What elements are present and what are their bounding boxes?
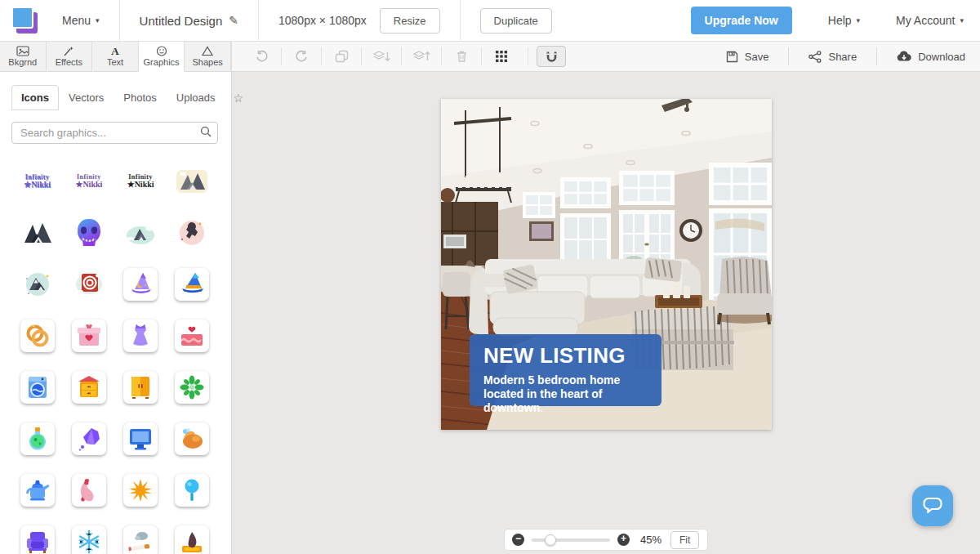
tab-text[interactable]: A Text — [92, 42, 139, 71]
undo-button[interactable] — [242, 42, 281, 71]
graphic-stomach-icon[interactable] — [72, 474, 106, 507]
toolbar-file-actions: Save Share Download — [706, 42, 980, 71]
graphic-mountain-camp-dark-icon[interactable] — [20, 217, 55, 249]
help-dropdown[interactable]: Help ▾ — [828, 14, 860, 27]
copy-icon — [335, 50, 349, 63]
my-account-dropdown[interactable]: My Account ▾ — [896, 14, 964, 27]
graphic-gift-box-heart-icon[interactable] — [72, 319, 106, 352]
zoom-bar: − + 45% Fit — [504, 529, 708, 551]
graphic-purple-armchair-icon[interactable] — [20, 525, 55, 554]
graphic-purple-wizard-hat-icon[interactable] — [123, 268, 158, 301]
upgrade-now-button[interactable]: Upgrade Now — [691, 7, 792, 34]
banner-subtitle: Modern 5 bedroom home located in the hea… — [483, 373, 648, 415]
background-image-icon — [16, 46, 29, 56]
duplicate-button[interactable]: Duplicate — [480, 8, 552, 34]
graphic-blue-wizard-hat-icon[interactable] — [175, 268, 209, 301]
graphic-mountain-teal-badge-icon[interactable] — [20, 268, 55, 301]
search-icon — [200, 126, 212, 137]
document-title[interactable]: Untitled Design ✎ — [140, 14, 238, 28]
divider — [119, 0, 120, 41]
move-layer-down-button[interactable] — [362, 42, 401, 71]
graphic-infinity-nikki-logo-purple-icon[interactable]: Infinity★Nikki — [72, 165, 106, 198]
snap-magnet-toggle[interactable] — [537, 46, 566, 67]
tab-effects[interactable]: Effects — [47, 42, 93, 71]
toolbar-actions — [232, 42, 566, 71]
graphic-cigarette-icon[interactable] — [123, 525, 158, 554]
magic-wand-icon — [63, 46, 74, 56]
graphics-results-grid: Infinity★Nikki Infinity★Nikki Infinity★N… — [0, 144, 231, 554]
graphic-green-snowflake-icon[interactable] — [175, 371, 209, 404]
zoom-slider[interactable] — [532, 538, 610, 542]
graphic-wedding-rings-icon[interactable] — [20, 319, 55, 352]
sidebar-tab-photos[interactable]: Photos — [114, 85, 166, 110]
sidebar-tab-uploads[interactable]: Uploads — [167, 85, 225, 110]
graphic-mountain-camp-sticker-icon[interactable] — [175, 165, 209, 198]
graphic-teapot-icon[interactable] — [20, 474, 55, 507]
app-logo-icon[interactable] — [11, 7, 39, 34]
design-app: Menu ▾ Untitled Design ✎ 1080px × 1080px… — [0, 0, 980, 554]
move-layer-up-button[interactable] — [402, 42, 441, 71]
save-button[interactable]: Save — [706, 51, 789, 63]
divider — [258, 0, 259, 41]
search-graphics-input[interactable] — [11, 122, 218, 144]
triangle-icon — [202, 46, 213, 56]
toolbar: Bkgrnd Effects A Text Graphics Shapes — [0, 42, 980, 72]
listing-banner[interactable]: NEW LISTING Modern 5 bedroom home locate… — [470, 334, 662, 406]
undo-icon — [255, 50, 269, 63]
edit-pencil-icon[interactable]: ✎ — [229, 14, 238, 27]
resize-button[interactable]: Resize — [380, 8, 440, 34]
zoom-out-button[interactable]: − — [512, 534, 524, 546]
menu-dropdown[interactable]: Menu ▾ — [62, 14, 100, 27]
banner-title: NEW LISTING — [483, 343, 648, 369]
redo-button[interactable] — [282, 42, 321, 71]
tool-tabs: Bkgrnd Effects A Text Graphics Shapes — [0, 42, 232, 71]
zoom-in-button[interactable]: + — [617, 534, 630, 546]
graphic-potion-bottle-icon[interactable] — [20, 422, 55, 455]
favorites-star-icon[interactable]: ☆ — [230, 86, 247, 110]
tab-shapes[interactable]: Shapes — [185, 42, 231, 71]
download-button[interactable]: Download — [877, 51, 969, 63]
zoom-value: 45% — [640, 534, 662, 546]
graphic-round-lollipop-icon[interactable] — [175, 474, 209, 507]
sidebar-tab-icons[interactable]: Icons — [11, 85, 59, 110]
graphic-computer-monitor-icon[interactable] — [123, 422, 158, 455]
design-canvas[interactable]: NEW LISTING Modern 5 bedroom home locate… — [441, 99, 772, 430]
fit-button[interactable]: Fit — [670, 531, 699, 549]
graphic-purple-dress-icon[interactable] — [123, 319, 158, 352]
grid-view-button[interactable] — [482, 42, 521, 71]
graphic-roast-chicken-icon[interactable] — [175, 422, 209, 455]
layer-down-icon — [372, 50, 390, 63]
graphic-red-spiral-frame-icon[interactable] — [72, 268, 106, 301]
graphic-heart-cake-icon[interactable] — [175, 319, 209, 352]
canvas-size-label: 1080px × 1080px — [278, 14, 367, 27]
zoom-slider-knob[interactable] — [545, 534, 556, 546]
graphic-runner-pink-badge-icon[interactable] — [175, 217, 209, 249]
graphic-infinity-nikki-logo-gradient-icon[interactable]: Infinity★Nikki — [20, 165, 55, 198]
smiley-icon — [156, 46, 167, 56]
graphic-nightstand-icon[interactable] — [72, 371, 106, 404]
divider — [460, 0, 461, 41]
tab-graphics[interactable]: Graphics — [139, 42, 185, 72]
redo-icon — [295, 50, 309, 63]
graphic-orange-starburst-icon[interactable] — [123, 474, 158, 507]
graphic-infinity-nikki-logo-black-icon[interactable]: Infinity★Nikki — [123, 165, 158, 198]
graphic-wardrobe-icon[interactable] — [123, 371, 158, 404]
graphic-blue-snowflake-icon[interactable] — [72, 525, 106, 554]
chat-bubble-icon — [922, 496, 943, 516]
graphic-mountain-clouds-teal-icon[interactable] — [123, 217, 158, 249]
header-bar: Menu ▾ Untitled Design ✎ 1080px × 1080px… — [0, 0, 980, 42]
help-chat-button[interactable] — [912, 485, 953, 526]
graphic-skull-gradient-icon[interactable] — [72, 217, 106, 249]
tab-bkgrnd[interactable]: Bkgrnd — [0, 42, 47, 71]
chevron-down-icon: ▾ — [96, 16, 100, 25]
duplicate-layer-button[interactable] — [322, 42, 361, 71]
graphic-washing-machine-icon[interactable] — [20, 371, 55, 404]
share-button[interactable]: Share — [789, 51, 876, 63]
sidebar-tab-vectors[interactable]: Vectors — [59, 85, 114, 110]
chevron-down-icon: ▾ — [857, 16, 861, 25]
graphic-purple-gem-icon[interactable] — [72, 422, 106, 455]
graphic-incense-burner-icon[interactable] — [175, 525, 209, 554]
text-a-icon: A — [109, 46, 121, 56]
save-floppy-icon — [726, 51, 738, 63]
delete-button[interactable] — [442, 42, 481, 71]
